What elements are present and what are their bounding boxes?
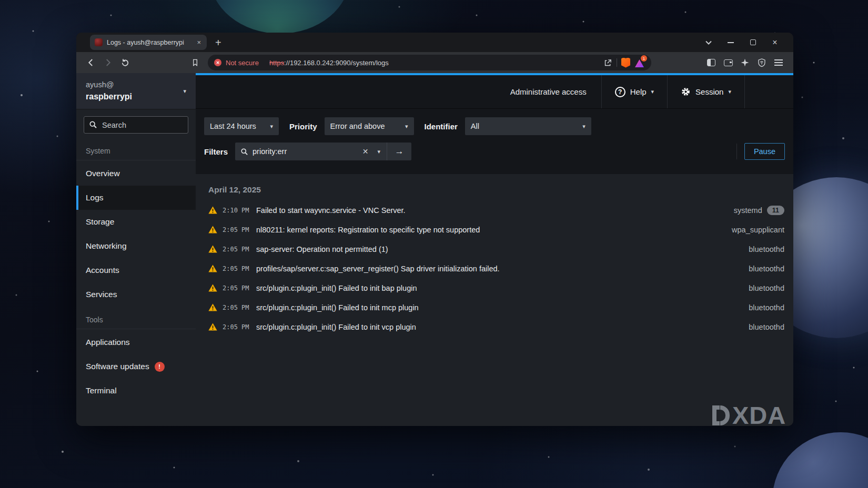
- not-secure-icon: ✕: [214, 59, 221, 66]
- tab-bar: Logs - ayush@raspberrypi × + ×: [76, 33, 793, 52]
- administrative-access-button[interactable]: Administrative access: [510, 87, 587, 96]
- log-service: bluetoothd: [749, 245, 784, 253]
- identifier-label: Identifier: [425, 122, 458, 131]
- log-row[interactable]: 2:05 PMsap-server: Operation not permitt…: [208, 239, 784, 259]
- reload-button[interactable]: [117, 55, 132, 70]
- warning-icon: [208, 265, 217, 272]
- sidebar-item-software-updates[interactable]: Software updates!: [76, 354, 196, 379]
- identifier-dropdown[interactable]: All ▾: [465, 117, 591, 135]
- nav-item-label: Networking: [86, 241, 127, 251]
- updates-alert-badge: !: [155, 362, 165, 372]
- share-icon[interactable]: [603, 58, 612, 67]
- warning-icon: [208, 284, 217, 292]
- main-area: Administrative access ? Help ▾ Session ▾: [196, 73, 793, 426]
- help-icon: ?: [615, 87, 625, 97]
- sidebar-panel-icon[interactable]: [704, 55, 719, 70]
- search-input[interactable]: [84, 116, 188, 134]
- log-count-badge: 11: [767, 206, 784, 215]
- host-name: raspberrypi: [86, 90, 132, 103]
- log-row[interactable]: 2:05 PMnl80211: kernel reports: Registra…: [208, 220, 784, 239]
- chevron-down-icon: ▾: [405, 123, 408, 130]
- warning-icon: [208, 323, 217, 331]
- log-time: 2:05 PM: [223, 265, 252, 272]
- priority-label: Priority: [289, 122, 317, 131]
- identifier-value: All: [471, 122, 479, 130]
- tab-title: Logs - ayush@raspberrypi: [107, 39, 191, 46]
- cockpit-favicon-icon: [95, 38, 103, 46]
- host-user: ayush@: [86, 79, 132, 90]
- chevron-down-icon: ▾: [270, 123, 273, 130]
- session-menu[interactable]: Session ▾: [668, 75, 744, 108]
- sidebar-item-services[interactable]: Services: [76, 282, 196, 307]
- forward-button[interactable]: [100, 55, 115, 70]
- maximize-button[interactable]: [742, 33, 764, 52]
- apply-filter-button[interactable]: →: [387, 143, 411, 160]
- bookmark-icon[interactable]: [188, 55, 203, 70]
- back-button[interactable]: [84, 55, 98, 70]
- new-tab-button[interactable]: +: [215, 37, 221, 48]
- sidebar-item-applications[interactable]: Applications: [76, 330, 196, 354]
- browser-toolbar: ✕ Not secure https://192.168.0.242:9090/…: [76, 52, 793, 73]
- help-menu[interactable]: ? Help ▾: [602, 75, 667, 108]
- wallet-icon[interactable]: [721, 55, 735, 70]
- log-list-panel: April 12, 2025 2:10 PMFailed to start wa…: [196, 174, 793, 426]
- desktop: Logs - ayush@raspberrypi × + ×: [0, 0, 868, 488]
- log-message: src/plugin.c:plugin_init() Failed to ini…: [256, 284, 417, 292]
- sidebar-item-accounts[interactable]: Accounts: [76, 258, 196, 282]
- urlbar-divider: [617, 58, 617, 67]
- sidebar-item-networking[interactable]: Networking: [76, 234, 196, 258]
- log-row[interactable]: 2:10 PMFailed to start wayvnc.service - …: [208, 200, 784, 220]
- window-controls: ×: [698, 33, 786, 52]
- sidebar-item-logs[interactable]: Logs: [76, 186, 196, 210]
- time-range-dropdown[interactable]: Last 24 hours ▾: [204, 117, 279, 135]
- log-time: 2:05 PM: [223, 246, 252, 253]
- log-message: sap-server: Operation not permitted (1): [256, 245, 388, 253]
- filter-dropdown-caret[interactable]: ▾: [374, 148, 387, 155]
- xda-watermark-text: XDA: [732, 403, 786, 428]
- chevron-down-icon: ▾: [651, 88, 654, 95]
- sidebar-item-overview[interactable]: Overview: [76, 161, 196, 186]
- close-button[interactable]: ×: [764, 33, 786, 52]
- tab-search-button[interactable]: [698, 33, 720, 52]
- log-message: profiles/sap/server.c:sap_server_registe…: [256, 265, 500, 273]
- priority-dropdown[interactable]: Error and above ▾: [325, 117, 414, 135]
- nav-item-label: Overview: [86, 169, 120, 178]
- clear-filter-icon[interactable]: ✕: [357, 147, 375, 156]
- xda-logo-icon: [712, 405, 720, 425]
- log-time: 2:05 PM: [223, 284, 252, 292]
- gear-icon: [681, 87, 691, 97]
- leo-ai-icon[interactable]: [738, 55, 752, 70]
- warning-icon: [208, 206, 217, 214]
- log-service: bluetoothd: [749, 303, 784, 312]
- log-time: 2:05 PM: [223, 304, 252, 311]
- not-secure-label: Not secure: [226, 59, 259, 67]
- tab-close-icon[interactable]: ×: [196, 38, 202, 47]
- search-icon: [89, 120, 97, 129]
- log-row[interactable]: 2:05 PMprofiles/sap/server.c:sap_server_…: [208, 259, 784, 278]
- nav-item-label: Terminal: [86, 386, 117, 395]
- host-switcher[interactable]: ayush@ raspberrypi ▾: [76, 73, 196, 109]
- url-scheme: https: [269, 59, 284, 67]
- brave-rewards-icon[interactable]: 1: [634, 58, 645, 67]
- log-filter-toolbar: Last 24 hours ▾ Priority Error and above…: [196, 109, 793, 174]
- pause-button[interactable]: Pause: [744, 143, 785, 160]
- sidebar-item-terminal[interactable]: Terminal: [76, 379, 196, 403]
- browser-tab[interactable]: Logs - ayush@raspberrypi ×: [90, 35, 207, 50]
- menu-icon[interactable]: [771, 55, 786, 70]
- vpn-shield-icon[interactable]: [754, 55, 769, 70]
- log-row[interactable]: 2:05 PMsrc/plugin.c:plugin_init() Failed…: [208, 317, 784, 337]
- sidebar-item-storage[interactable]: Storage: [76, 210, 196, 234]
- log-row[interactable]: 2:05 PMsrc/plugin.c:plugin_init() Failed…: [208, 298, 784, 317]
- brave-shield-icon[interactable]: [621, 58, 630, 68]
- nav-section-label-system: System: [76, 138, 196, 160]
- log-row[interactable]: 2:05 PMsrc/plugin.c:plugin_init() Failed…: [208, 278, 784, 298]
- filter-search-input[interactable]: [253, 147, 357, 156]
- search-icon: [240, 148, 248, 156]
- minimize-button[interactable]: [720, 33, 742, 52]
- log-message: nl80211: kernel reports: Registration to…: [256, 226, 480, 234]
- sidebar-nav: SystemOverviewLogsStorageNetworkingAccou…: [76, 138, 196, 403]
- address-bar[interactable]: ✕ Not secure https://192.168.0.242:9090/…: [208, 55, 651, 70]
- nav-section-label-tools: Tools: [76, 307, 196, 329]
- nav-item-label: Services: [86, 290, 117, 299]
- nav-item-label: Accounts: [86, 266, 119, 275]
